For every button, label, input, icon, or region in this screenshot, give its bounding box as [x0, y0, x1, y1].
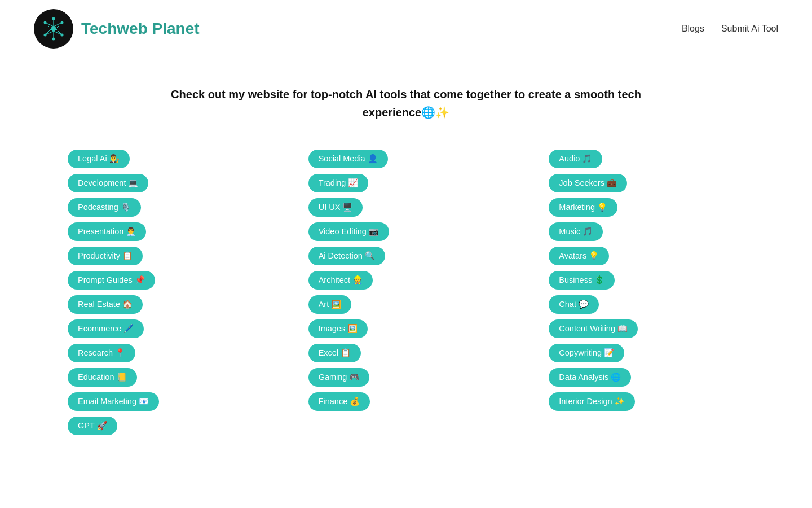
tag-pill[interactable]: Legal Ai 👨‍⚖️ — [68, 150, 130, 168]
list-item: Video Editing 📷 — [308, 222, 515, 241]
list-item: Interior Design ✨ — [549, 392, 756, 411]
header-nav: Blogs Submit Ai Tool — [682, 24, 778, 34]
category-column-3: Audio 🎵Job Seekers 💼Marketing 💡Music 🎵Av… — [526, 150, 767, 435]
list-item: Real Estate 🏠 — [68, 295, 275, 314]
list-item: Content Writing 📖 — [549, 319, 756, 338]
svg-line-10 — [54, 31, 62, 35]
svg-line-16 — [56, 29, 62, 35]
list-item: Audio 🎵 — [549, 150, 756, 168]
category-list-2: Social Media 👤Trading 📈UI UX 🖥️Video Edi… — [297, 150, 515, 411]
list-item: GPT 🚀 — [68, 417, 275, 435]
tag-pill[interactable]: Chat 💬 — [549, 295, 599, 314]
svg-point-0 — [51, 27, 56, 31]
tag-pill[interactable]: Gaming 🎮 — [308, 368, 370, 387]
submit-tool-link[interactable]: Submit Ai Tool — [721, 24, 778, 34]
categories-grid: Legal Ai 👨‍⚖️Development 💻Podcasting 🎙️P… — [45, 150, 767, 435]
blogs-link[interactable]: Blogs — [682, 24, 704, 34]
tag-pill[interactable]: Art 🖼️ — [308, 295, 352, 314]
header-left: Techweb Planet — [34, 9, 200, 49]
list-item: Podcasting 🎙️ — [68, 198, 275, 217]
header: Techweb Planet Blogs Submit Ai Tool — [0, 0, 812, 58]
tag-pill[interactable]: Trading 📈 — [308, 174, 369, 192]
list-item: Presentation 👨‍💼 — [68, 222, 275, 241]
site-title: Techweb Planet — [81, 20, 200, 38]
tag-pill[interactable]: Avatars 💡 — [549, 247, 609, 265]
tag-pill[interactable]: Productivity 📋 — [68, 247, 143, 265]
list-item: Business 💲 — [549, 271, 756, 290]
tag-pill[interactable]: UI UX 🖥️ — [308, 198, 363, 217]
list-item: Excel 📋 — [308, 344, 515, 362]
list-item: Images 🖼️ — [308, 319, 515, 338]
category-column-1: Legal Ai 👨‍⚖️Development 💻Podcasting 🎙️P… — [45, 150, 286, 435]
list-item: Copywriting 📝 — [549, 344, 756, 362]
tag-pill[interactable]: Development 💻 — [68, 174, 148, 192]
tag-pill[interactable]: Music 🎵 — [549, 222, 603, 241]
list-item: Finance 💰 — [308, 392, 515, 411]
list-item: Development 💻 — [68, 174, 275, 192]
list-item: Social Media 👤 — [308, 150, 515, 168]
list-item: Education 📒 — [68, 368, 275, 387]
tag-pill[interactable]: Marketing 💡 — [549, 198, 617, 217]
list-item: Trading 📈 — [308, 174, 515, 192]
list-item: Avatars 💡 — [549, 247, 756, 265]
tag-pill[interactable]: Finance 💰 — [308, 392, 370, 411]
tag-pill[interactable]: Email Marketing 📧 — [68, 392, 159, 411]
tag-pill[interactable]: Interior Design ✨ — [549, 392, 634, 411]
svg-line-15 — [45, 29, 51, 35]
svg-line-7 — [45, 23, 54, 27]
tag-pill[interactable]: Podcasting 🎙️ — [68, 198, 141, 217]
svg-line-8 — [54, 23, 62, 27]
list-item: Marketing 💡 — [549, 198, 756, 217]
list-item: Prompt Guides 📌 — [68, 271, 275, 290]
tag-pill[interactable]: Business 💲 — [549, 271, 615, 290]
svg-line-9 — [45, 31, 54, 35]
tag-pill[interactable]: Real Estate 🏠 — [68, 295, 143, 314]
tag-pill[interactable]: Ecommerce 🖊️ — [68, 319, 144, 338]
list-item: UI UX 🖥️ — [308, 198, 515, 217]
tag-pill[interactable]: Job Seekers 💼 — [549, 174, 627, 192]
list-item: Job Seekers 💼 — [549, 174, 756, 192]
tag-pill[interactable]: Research 📍 — [68, 344, 135, 362]
tag-pill[interactable]: GPT 🚀 — [68, 417, 117, 435]
categories-section: Legal Ai 👨‍⚖️Development 💻Podcasting 🎙️P… — [0, 133, 812, 469]
tag-pill[interactable]: Prompt Guides 📌 — [68, 271, 155, 290]
hero-text: Check out my website for top-notch AI to… — [164, 85, 648, 121]
list-item: Email Marketing 📧 — [68, 392, 275, 411]
svg-line-14 — [56, 23, 62, 29]
tag-pill[interactable]: Images 🖼️ — [308, 319, 368, 338]
list-item: Music 🎵 — [549, 222, 756, 241]
list-item: Data Analysis 🌐 — [549, 368, 756, 387]
tag-pill[interactable]: Architect 👷 — [308, 271, 373, 290]
list-item: Art 🖼️ — [308, 295, 515, 314]
tag-pill[interactable]: Education 📒 — [68, 368, 137, 387]
list-item: Productivity 📋 — [68, 247, 275, 265]
tag-pill[interactable]: Content Writing 📖 — [549, 319, 638, 338]
list-item: Gaming 🎮 — [308, 368, 515, 387]
list-item: Ecommerce 🖊️ — [68, 319, 275, 338]
tag-pill[interactable]: Ai Detection 🔍 — [308, 247, 385, 265]
list-item: Architect 👷 — [308, 271, 515, 290]
tag-pill[interactable]: Presentation 👨‍💼 — [68, 222, 146, 241]
category-list-3: Audio 🎵Job Seekers 💼Marketing 💡Music 🎵Av… — [537, 150, 756, 411]
tag-pill[interactable]: Video Editing 📷 — [308, 222, 389, 241]
tag-pill[interactable]: Excel 📋 — [308, 344, 361, 362]
hero-section: Check out my website for top-notch AI to… — [152, 58, 660, 133]
list-item: Ai Detection 🔍 — [308, 247, 515, 265]
list-item: Research 📍 — [68, 344, 275, 362]
list-item: Legal Ai 👨‍⚖️ — [68, 150, 275, 168]
list-item: Chat 💬 — [549, 295, 756, 314]
category-list-1: Legal Ai 👨‍⚖️Development 💻Podcasting 🎙️P… — [56, 150, 275, 435]
tag-pill[interactable]: Social Media 👤 — [308, 150, 388, 168]
category-column-2: Social Media 👤Trading 📈UI UX 🖥️Video Edi… — [286, 150, 527, 435]
logo[interactable] — [34, 9, 73, 49]
tag-pill[interactable]: Data Analysis 🌐 — [549, 368, 631, 387]
tag-pill[interactable]: Copywriting 📝 — [549, 344, 624, 362]
tag-pill[interactable]: Audio 🎵 — [549, 150, 602, 168]
svg-line-13 — [45, 23, 51, 29]
